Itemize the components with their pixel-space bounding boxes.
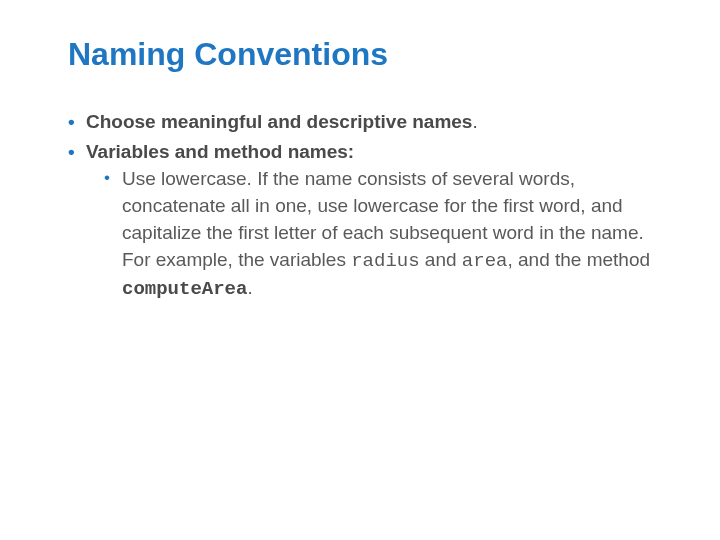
bullet-list: Choose meaningful and descriptive names.… bbox=[68, 109, 660, 303]
sub-text-tail: . bbox=[247, 277, 252, 298]
slide-title: Naming Conventions bbox=[68, 36, 660, 73]
bullet-1-text: Choose meaningful and descriptive names bbox=[86, 111, 472, 132]
sub-text-mid1: and bbox=[420, 249, 462, 270]
sub-text-mid2: , and the method bbox=[507, 249, 650, 270]
bullet-1-tail: . bbox=[472, 111, 477, 132]
bullet-2-text: Variables and method names: bbox=[86, 141, 354, 162]
sub-bullet-1: Use lowercase. If the name consists of s… bbox=[104, 166, 660, 303]
code-computearea: computeArea bbox=[122, 278, 247, 300]
bullet-item-1: Choose meaningful and descriptive names. bbox=[68, 109, 660, 135]
code-radius: radius bbox=[351, 250, 419, 272]
code-area: area bbox=[462, 250, 508, 272]
bullet-item-2: Variables and method names: Use lowercas… bbox=[68, 139, 660, 303]
